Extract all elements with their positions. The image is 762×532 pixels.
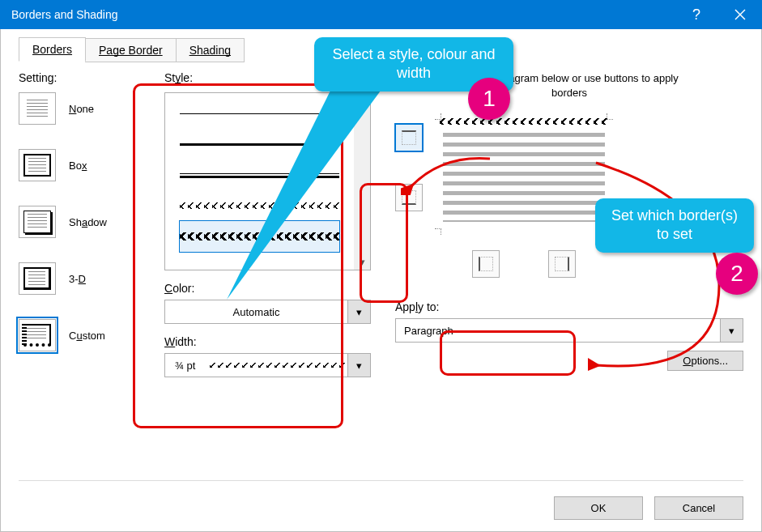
tab-borders[interactable]: Borders (19, 37, 86, 62)
setting-custom[interactable]: Custom (19, 319, 140, 351)
width-preview (210, 363, 347, 368)
horizontal-border-buttons (439, 250, 609, 278)
vertical-border-buttons (395, 114, 423, 211)
color-combo[interactable]: Automatic ▾ (164, 300, 371, 324)
setting-shadow[interactable]: Shadow (19, 206, 140, 238)
chevron-down-icon[interactable]: ▾ (347, 300, 370, 323)
border-top-button[interactable] (395, 124, 423, 151)
width-value: ¾ pt (175, 360, 195, 372)
help-button[interactable]: ? (675, 0, 718, 29)
setting-label: Setting: (19, 71, 140, 84)
border-left-button[interactable] (472, 250, 500, 278)
border-preview-diagram[interactable] (439, 117, 609, 231)
separator (19, 480, 743, 481)
width-label: Width: (164, 335, 371, 348)
setting-box[interactable]: Box (19, 149, 140, 181)
tab-shading[interactable]: Shading (176, 38, 245, 62)
tab-page-border[interactable]: Page Border (85, 38, 177, 62)
apply-to-combo[interactable]: Paragraph ▾ (395, 318, 743, 343)
close-button[interactable] (718, 0, 762, 29)
svg-marker-2 (227, 91, 381, 300)
border-bottom-button[interactable] (395, 184, 423, 211)
ok-button[interactable]: OK (554, 496, 643, 520)
annotation-callout-2: Set which border(s) to set (595, 198, 754, 253)
color-value: Automatic (165, 300, 347, 323)
options-button[interactable]: Options... (667, 351, 743, 371)
setting-3d[interactable]: 3-D (19, 262, 140, 295)
close-icon (734, 9, 746, 20)
cancel-button[interactable]: Cancel (654, 496, 743, 520)
chevron-down-icon[interactable]: ▾ (720, 319, 743, 342)
annotation-badge-2: 2 (716, 253, 758, 295)
border-right-button[interactable] (548, 250, 576, 278)
apply-to-value: Paragraph (396, 319, 720, 342)
chevron-down-icon[interactable]: ▾ (347, 354, 370, 377)
window-title: Borders and Shading (11, 8, 675, 21)
setting-column: Setting: None Box Shadow 3-D Custom (19, 71, 140, 377)
apply-to-label: Apply to: (395, 300, 743, 313)
annotation-badge-1: 1 (468, 78, 510, 120)
width-combo[interactable]: ¾ pt ▾ (164, 353, 371, 377)
title-bar: Borders and Shading ? (0, 0, 762, 29)
setting-none[interactable]: None (19, 92, 140, 125)
annotation-callout-1-tail (227, 91, 389, 301)
